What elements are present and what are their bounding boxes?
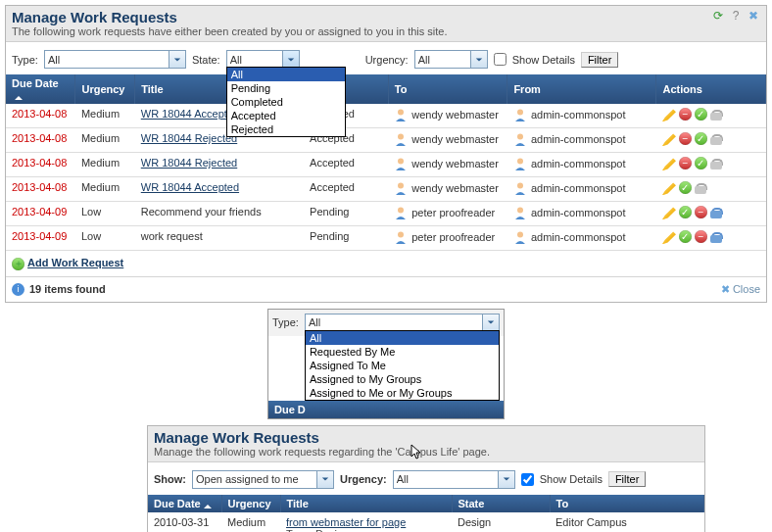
add-work-request-link[interactable]: Add Work Request [27,257,123,268]
approve-icon[interactable]: ✓ [679,181,692,194]
delete-icon[interactable]: − [679,157,692,169]
cell-to: wendy webmaster [388,128,507,153]
show-details-checkbox[interactable] [521,473,534,486]
plus-icon[interactable]: ＋ [12,258,24,270]
filter-button[interactable]: Filter [581,52,618,68]
title-link[interactable]: WR 18044 Accepted [141,181,239,193]
state-option-completed[interactable]: Completed [227,95,345,109]
urgency-select[interactable]: All [393,470,515,489]
type-option[interactable]: Assigned To Me [306,359,499,372]
lock-icon[interactable] [710,108,722,121]
col-urgency[interactable]: Urgency [221,495,280,512]
cell-actions: −✓ [656,153,766,177]
show-select[interactable]: Open assigned to me [192,470,334,489]
delete-icon[interactable]: − [695,230,707,243]
col-state[interactable]: State [452,495,550,512]
chevron-down-icon[interactable] [470,51,487,68]
cell-from: admin-commonspot [507,153,656,177]
type-select-value: All [309,316,348,328]
edit-icon[interactable] [662,206,676,219]
show-details-label: Show Details [540,473,603,485]
cell-urgency: Medium [75,128,135,153]
title-link[interactable]: WR 18044 Rejected [141,132,237,144]
state-option-rejected[interactable]: Rejected [227,122,345,136]
delete-icon[interactable]: − [679,108,692,121]
cell-to: peter proofreader [388,226,507,251]
title-link[interactable]: WR 18044 Rejected [141,157,237,169]
title-link[interactable]: from webmaster for page [286,516,406,528]
detail-type: Type: Design [286,528,446,533]
lock-icon[interactable] [710,206,722,218]
edit-icon[interactable] [662,132,676,146]
delete-icon[interactable]: − [679,132,692,145]
table-row: 2013-04-09LowRecommend your friendsPendi… [6,202,766,226]
table-row: 2013-04-08MediumWR 18044 AcceptedAccepte… [6,104,766,128]
lock-icon[interactable] [710,157,722,169]
filter-button[interactable]: Filter [608,471,646,487]
edit-icon[interactable] [662,157,676,170]
chevron-down-icon[interactable] [316,471,333,488]
state-option-pending[interactable]: Pending [227,81,345,95]
lock-icon[interactable] [695,181,706,194]
approve-icon[interactable]: ✓ [695,108,707,121]
chevron-down-icon[interactable] [169,51,185,68]
approve-icon[interactable]: ✓ [679,230,692,243]
approve-icon[interactable]: ✓ [695,157,707,169]
refresh-icon[interactable]: ⟳ [711,9,725,23]
user-icon [513,157,527,170]
col-due-date[interactable]: Due Date [148,495,221,512]
show-details-label: Show Details [512,54,575,66]
cell-state: Design [452,512,550,533]
urgency-select[interactable]: All [414,50,488,69]
col-due-date[interactable]: Due Date [6,74,75,104]
chevron-down-icon[interactable] [482,314,499,331]
cell-to: wendy webmaster [388,104,507,128]
approve-icon[interactable]: ✓ [679,206,692,218]
help-icon[interactable]: ? [729,9,743,23]
close-icon[interactable]: ✖ [747,9,760,23]
state-label: State: [192,54,220,66]
svg-point-5 [517,159,523,165]
col-from[interactable]: From [507,74,656,104]
cell-title: Recommend your friends [135,202,304,226]
items-found-text: 19 items found [29,283,106,295]
delete-icon[interactable]: − [695,206,707,218]
close-button[interactable]: ✖ Close [721,283,760,296]
type-label: Type: [272,316,299,328]
col-urgency[interactable]: Urgency [75,74,135,104]
cell-from: admin-commonspot [507,177,656,202]
title-link[interactable]: WR 18044 Accepted [141,108,239,120]
chevron-down-icon[interactable] [282,51,299,68]
type-option[interactable]: Assigned to My Groups [306,372,499,386]
add-row: ＋ Add Work Request [6,251,766,276]
col-title[interactable]: Title [280,495,452,512]
cell-to: wendy webmaster [388,177,507,202]
cell-urgency: Medium [75,177,135,202]
state-option-all[interactable]: All [227,68,345,81]
type-select[interactable]: All All Requested By Me Assigned To Me A… [305,314,500,332]
type-option[interactable]: All [306,331,499,345]
type-option[interactable]: Assigned to Me or My Groups [306,386,499,400]
col-to[interactable]: To [550,495,704,512]
show-details-checkbox[interactable] [494,53,507,66]
col-to[interactable]: To [388,74,507,104]
lock-icon[interactable] [710,132,722,145]
col-actions[interactable]: Actions [656,74,766,104]
edit-icon[interactable] [662,108,676,121]
state-option-accepted[interactable]: Accepted [227,109,345,122]
svg-point-0 [398,110,404,116]
state-select[interactable]: All All Pending Completed Accepted Rejec… [226,50,300,69]
approve-icon[interactable]: ✓ [695,132,707,145]
edit-icon[interactable] [662,230,676,244]
type-option[interactable]: Requested By Me [306,345,499,359]
type-select[interactable]: All [44,50,186,69]
lock-icon[interactable] [710,230,722,243]
cell-actions: ✓ [656,177,766,202]
manage-work-requests-page-panel: Manage Work Requests Manage the followin… [147,425,705,533]
svg-point-3 [517,134,523,140]
chevron-down-icon[interactable] [498,471,514,488]
work-requests-table: Due Date Urgency Title State To From Act… [6,74,766,251]
title-text: Recommend your friends [141,206,262,218]
edit-icon[interactable] [662,181,676,195]
manage-work-requests-panel: Manage Work Requests The following work … [5,5,767,303]
